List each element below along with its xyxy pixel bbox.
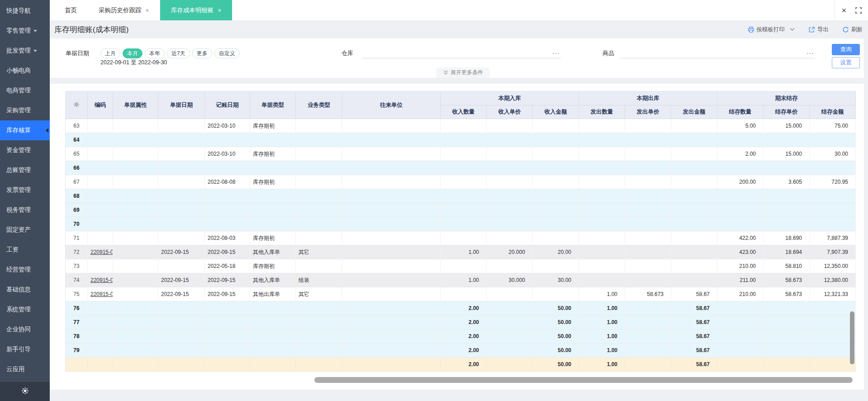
sidebar-item-电商管理[interactable]: 电商管理 <box>0 81 50 100</box>
table-row[interactable]: 74220915-02022-09-152022-09-15其他入库单组装1.0… <box>66 273 856 287</box>
cell-inPrice <box>487 329 533 344</box>
cell-code[interactable]: 220915-0 <box>88 287 113 301</box>
sidebar-item-采购管理[interactable]: 采购管理 <box>0 100 50 120</box>
sidebar-item-云应用[interactable]: 云应用 <box>0 359 50 379</box>
col-header-in-price[interactable]: 收入单价 <box>487 105 533 119</box>
tab-close-icon[interactable]: × <box>218 7 221 14</box>
doc-code-link[interactable]: 220915-0 <box>90 277 113 283</box>
warehouse-picker-ellipsis[interactable]: ... <box>552 48 560 55</box>
table-row[interactable]: 712022-08-03库存期初422.0018.6907,887.39 <box>66 231 856 245</box>
sidebar-item-系统管理[interactable]: 系统管理 <box>0 300 50 320</box>
cell-balAmt <box>810 315 856 329</box>
sidebar-item-总账管理[interactable]: 总账管理 <box>0 160 50 180</box>
table-total-row[interactable]: 2.0050.001.0058.67 <box>66 358 856 372</box>
refresh-button[interactable]: 刷新 <box>842 26 863 33</box>
col-header-in-qty[interactable]: 收入数量 <box>441 105 487 119</box>
table-row[interactable]: 652022-03-10库存期初2.0015.00030.00 <box>66 147 856 161</box>
sidebar-item-快捷导航[interactable]: 快捷导航 <box>0 1 50 21</box>
tab-close-icon[interactable]: × <box>146 7 149 14</box>
sidebar-item-发票管理[interactable]: 发票管理 <box>0 180 50 200</box>
doc-code-link[interactable]: 220915-0 <box>90 249 113 255</box>
doc-code-link[interactable]: 220915-0 <box>90 291 113 297</box>
export-button[interactable]: 导出 <box>808 26 829 33</box>
table-row[interactable]: 64 <box>66 133 856 147</box>
cell-code[interactable]: 220915-0 <box>88 273 113 287</box>
sidebar-item-税务管理[interactable]: 税务管理 <box>0 200 50 220</box>
sidebar-item-工资[interactable]: 工资 <box>0 240 50 260</box>
date-chip-近7天[interactable]: 近7天 <box>167 48 190 58</box>
table-row[interactable]: 72220915-02022-09-152022-09-15其他入库单其它1.0… <box>66 245 856 259</box>
sidebar-item-企业协同[interactable]: 企业协同 <box>0 320 50 339</box>
cell-inPrice <box>487 301 533 315</box>
table-row[interactable]: 772.0050.001.0058.67 <box>66 315 856 329</box>
cell-outQty <box>579 273 625 287</box>
col-header-bal-amount[interactable]: 结存金额 <box>810 105 856 119</box>
col-header-doc-attr[interactable]: 单据属性 <box>113 91 158 119</box>
cell-inPrice <box>487 147 533 161</box>
date-chip-本月[interactable]: 本月 <box>123 48 142 58</box>
col-header-out-price[interactable]: 发出单价 <box>625 105 671 119</box>
close-icon[interactable]: × <box>841 6 846 14</box>
table-row[interactable]: 762.0050.001.0058.67 <box>66 301 856 315</box>
cell-attr <box>113 161 158 175</box>
sidebar-item-资金管理[interactable]: 资金管理 <box>0 140 50 160</box>
query-button[interactable]: 查询 <box>832 44 860 55</box>
sidebar-item-零售管理[interactable]: 零售管理 <box>0 21 50 41</box>
date-chip-自定义[interactable]: 自定义 <box>214 48 240 58</box>
sidebar-item-小畅电商[interactable]: 小畅电商 <box>0 61 50 81</box>
tab-采购历史价跟踪[interactable]: 采购历史价跟踪× <box>88 0 160 20</box>
column-settings-gear-icon[interactable] <box>73 101 80 108</box>
fullscreen-icon[interactable] <box>855 7 862 14</box>
col-header-biz-type[interactable]: 业务类型 <box>296 91 342 119</box>
cell-code[interactable]: 220915-0 <box>88 245 113 259</box>
table-row[interactable]: 632022-03-10库存期初5.0015.00075.00 <box>66 119 856 133</box>
col-header-in-amount[interactable]: 收入金额 <box>533 105 579 119</box>
table-row[interactable]: 68 <box>66 189 856 203</box>
settings-gear-icon[interactable] <box>21 387 29 396</box>
sidebar-item-批发管理[interactable]: 批发管理 <box>0 41 50 61</box>
chevron-down-icon[interactable] <box>790 28 795 31</box>
table-row[interactable]: 75220915-02022-09-152022-09-15其他出库单其它1.0… <box>66 287 856 301</box>
sidebar-item-基础信息[interactable]: 基础信息 <box>0 280 50 300</box>
expand-more-filters-button[interactable]: 展开更多条件 <box>436 67 490 78</box>
table-row[interactable]: 66 <box>66 161 856 175</box>
print-by-template-button[interactable]: 按模板打印 <box>748 26 795 33</box>
cell-balQty: 211.00 <box>717 273 764 287</box>
col-header-book-date[interactable]: 记账日期 <box>205 91 250 119</box>
tab-库存成本明细账[interactable]: 库存成本明细账× <box>160 0 232 20</box>
sidebar-item-库存核算[interactable]: 库存核算 <box>0 120 50 140</box>
sidebar-item-新手引导[interactable]: 新手引导 <box>0 339 50 359</box>
date-chip-上月[interactable]: 上月 <box>100 48 120 58</box>
col-header-doc-type[interactable]: 单据类型 <box>250 91 296 119</box>
col-header-out-amount[interactable]: 发出金额 <box>671 105 717 119</box>
collapse-arrow-icon[interactable] <box>46 128 48 133</box>
ledger-table: 编码 单据属性 单据日期 记账日期 单据类型 业务类型 往来单位 本期入库 本期… <box>65 91 856 372</box>
product-picker-ellipsis[interactable]: ... <box>806 48 814 55</box>
vertical-scrollbar-thumb[interactable] <box>850 311 854 364</box>
cell-docType <box>250 358 296 372</box>
settings-button[interactable]: 设置 <box>832 57 860 68</box>
sidebar-item-固定资产[interactable]: 固定资产 <box>0 220 50 240</box>
filter-panel: 单据日期 上月本月本年近7天更多自定义 2022-09-01 至 2022-09… <box>50 38 864 78</box>
table-row[interactable]: 672022-08-08库存期初200.003.605720.95 <box>66 175 856 189</box>
horizontal-scrollbar-thumb[interactable] <box>314 377 853 383</box>
col-header-out-qty[interactable]: 发出数量 <box>579 105 625 119</box>
col-header-bal-price[interactable]: 结存单价 <box>764 105 810 119</box>
table-row[interactable]: 69 <box>66 203 856 217</box>
col-header-doc-date[interactable]: 单据日期 <box>158 91 205 119</box>
col-header-bal-qty[interactable]: 结存数量 <box>717 105 764 119</box>
tab-首页[interactable]: 首页 <box>54 0 88 20</box>
cell-balPrice <box>764 301 810 315</box>
date-chip-更多[interactable]: 更多 <box>192 48 212 58</box>
table-row[interactable]: 782.0050.001.0058.67 <box>66 329 856 344</box>
table-row[interactable]: 732022-05-18库存期初210.0058.81012,350.00 <box>66 259 856 273</box>
date-chip-本年[interactable]: 本年 <box>145 48 165 58</box>
warehouse-input[interactable]: ... <box>362 48 561 58</box>
cell-inQty <box>441 189 487 203</box>
table-row[interactable]: 792.0050.001.0058.67 <box>66 344 856 358</box>
col-header-partner[interactable]: 往来单位 <box>342 91 441 119</box>
table-row[interactable]: 70 <box>66 217 856 231</box>
product-input[interactable]: ... <box>621 48 815 58</box>
col-header-code[interactable]: 编码 <box>88 91 113 119</box>
sidebar-item-经营管理[interactable]: 经营管理 <box>0 260 50 280</box>
